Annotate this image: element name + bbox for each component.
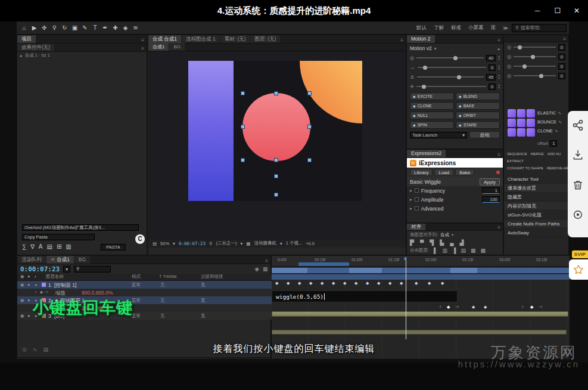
selection-handle[interactable] — [275, 92, 278, 95]
motion-button-bake[interactable]: ◆BAKE — [456, 102, 500, 110]
tab-timeline-comp1[interactable]: ✕合成1 — [46, 256, 74, 264]
active-camera-select[interactable]: 活动摄像机 — [254, 240, 276, 246]
stepper[interactable]: ▴▾ — [498, 55, 500, 61]
motion-button-blend[interactable]: ◆BLEND — [456, 92, 500, 100]
motion-slider-value[interactable]: 45 — [486, 74, 496, 81]
amplitude-value[interactable]: 100 — [482, 196, 500, 203]
puppet-tool-icon[interactable]: ◈ — [120, 24, 130, 31]
script-list-item[interactable]: 隐藏库 — [504, 193, 568, 202]
download-icon[interactable] — [572, 149, 584, 161]
motion-button-clone[interactable]: ◆CLONE — [410, 102, 454, 110]
favorite-card[interactable] — [569, 259, 588, 280]
extract-button[interactable]: EXTRACT — [507, 159, 524, 163]
align-left-icon[interactable]: ▛ — [410, 240, 414, 246]
panel-menu-icon[interactable]: ≡ — [265, 258, 270, 264]
workspace-menu-small-screen[interactable]: 小屏幕 — [468, 24, 484, 32]
align-top-icon[interactable]: ▙ — [440, 240, 444, 246]
video-surface[interactable]: ⌂ ▶ ✜ ⚲ ↻ ▣ ✎ T ✒ ✚ ◈ ≋ 默认 了解 标准 小屏幕 库 ≫… — [0, 21, 588, 363]
add-null-button[interactable]: ADD NU — [547, 152, 561, 156]
help-search-input[interactable]: ⚲ 搜索帮助 — [512, 24, 567, 32]
preset-slider[interactable] — [514, 66, 555, 67]
pasta-button[interactable]: PASTA — [101, 244, 126, 250]
script-list-item[interactable]: 内容识别填充 — [504, 202, 568, 211]
property-row[interactable]: ⊦◆⊣ 缩放 800.0,800.0% — [17, 289, 272, 296]
workspace-menu-more[interactable]: ≫ — [503, 25, 508, 31]
merge-button[interactable]: MERGE — [531, 152, 544, 156]
motion-button-stare[interactable]: ◆STARE — [456, 121, 500, 129]
library-button[interactable]: Library — [410, 169, 433, 176]
elastic-preset[interactable]: ELASTIC — [537, 110, 556, 116]
resolution-select[interactable]: (二分之一) — [216, 240, 237, 246]
chevron-right-icon[interactable]: ▸ — [410, 197, 412, 202]
playhead-marker[interactable]: ▼ — [403, 256, 407, 262]
motion-slider[interactable] — [416, 86, 486, 87]
selection-handle[interactable] — [308, 92, 311, 95]
sequence-grid-thumbnail[interactable] — [508, 109, 535, 137]
grid-tool-icon[interactable]: ▤ — [47, 243, 52, 250]
align-hcenter-icon[interactable]: ▀ — [420, 240, 424, 246]
script-list-item[interactable]: AutoSway — [504, 228, 568, 237]
stepper[interactable]: ▴▾ — [498, 74, 500, 80]
script-list-item[interactable]: stGun-SVG化版 — [504, 211, 568, 219]
task-launch-select[interactable]: Task Launch▾ — [410, 132, 467, 138]
chevron-right-icon[interactable]: ▸ — [410, 206, 412, 211]
type-tool-icon[interactable]: T — [90, 24, 100, 31]
panel-menu-icon[interactable]: ≡ — [563, 36, 568, 42]
script-list-item[interactable]: Create Nulls From Paths — [504, 219, 568, 228]
workspace-menu-default[interactable]: 默认 — [416, 24, 427, 32]
keyframe-row[interactable]: ◆◆◆◆◆◆◆◆◆◆◆◆◆◆◆ — [272, 281, 570, 288]
distribute-icon[interactable]: ▩ — [480, 247, 486, 253]
distribute-icon[interactable]: ▐ — [452, 247, 456, 253]
tab-footage[interactable]: 素材: (无) — [220, 35, 250, 43]
timeline-timecode[interactable]: 0:00:07:23 — [20, 265, 60, 273]
motion-slider[interactable] — [416, 57, 483, 58]
zoom-tool-icon[interactable]: ⚲ — [49, 24, 60, 31]
layer-row[interactable]: ◉● ▸ 1 [控制器 1] 正常 无 无 — [17, 281, 272, 289]
timeline-search-input[interactable]: ⚲ — [74, 266, 111, 273]
panel-menu-icon[interactable]: ≡ — [141, 46, 147, 51]
distribute-icon[interactable]: ▦ — [471, 247, 476, 253]
board-tool-icon[interactable]: ⊞ — [57, 243, 61, 250]
motion-tool-select[interactable]: Motion v2 — [410, 45, 432, 51]
preset-slider[interactable] — [514, 47, 555, 48]
align-right-icon[interactable]: ▜ — [430, 240, 434, 246]
record-icon[interactable] — [572, 209, 584, 221]
pink-circle[interactable] — [242, 93, 310, 161]
exposure-value[interactable]: +0.0 — [306, 241, 315, 246]
camera-tool-icon[interactable]: ▣ — [70, 24, 80, 31]
workspace-menu-standard[interactable]: 标准 — [451, 24, 461, 32]
record-dot-icon[interactable] — [496, 171, 500, 174]
tab-project[interactable]: 项目 — [17, 35, 36, 43]
panel-menu-icon[interactable]: ≡ — [141, 38, 147, 43]
layer-bar-bg[interactable] — [272, 311, 568, 317]
subtab-comp1[interactable]: 合成1 — [148, 43, 169, 51]
column-layer-name[interactable]: 图层名称 — [46, 274, 64, 280]
panel-menu-icon[interactable]: ≡ — [497, 38, 503, 43]
tab-align[interactable]: 对齐 — [407, 224, 425, 230]
selection-handle[interactable] — [241, 125, 244, 128]
motion-button-null[interactable]: ◆NULL — [410, 112, 454, 119]
panel-menu-icon[interactable]: ≡ — [497, 225, 503, 230]
script-list-item[interactable]: Character Tool — [504, 175, 568, 184]
motion-slider-value[interactable]: 40 — [486, 55, 496, 61]
path-point-handle[interactable] — [275, 175, 278, 178]
distribute-icon[interactable]: ▤ — [461, 247, 466, 253]
navigator-bar[interactable] — [272, 268, 570, 273]
align-to-select[interactable]: 合成 — [440, 232, 449, 238]
path-point-handle[interactable] — [275, 193, 278, 196]
frequency-checkbox[interactable] — [415, 188, 419, 193]
selection-handle[interactable] — [275, 159, 278, 162]
chevron-right-icon[interactable]: ▸ — [410, 188, 412, 193]
text-tool-icon[interactable]: A — [39, 243, 43, 250]
tab-render-queue[interactable]: 渲染队列 — [17, 256, 46, 264]
preset-slider[interactable] — [514, 75, 555, 76]
offset-value[interactable]: 1 — [550, 140, 557, 147]
column-trkmat[interactable]: T TrkMat — [159, 274, 176, 279]
preset-slider-value[interactable]: 0 — [558, 73, 565, 79]
panel-menu-icon[interactable]: ≡ — [400, 38, 406, 43]
advanced-checkbox[interactable] — [415, 206, 419, 211]
composition-mini-flowchart-icon[interactable]: ◉ — [255, 266, 259, 272]
workspace-menu-library[interactable]: 库 — [491, 24, 496, 32]
brush-tool-icon[interactable]: ✒ — [100, 24, 110, 31]
copypasta-plugin-dropdown[interactable]: Copy Pasta — [22, 234, 95, 240]
